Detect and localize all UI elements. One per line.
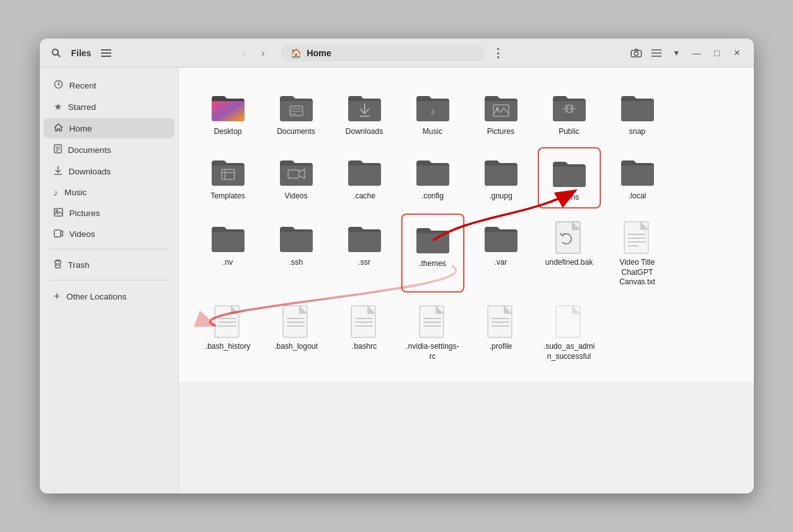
file-item-bashrc[interactable]: .bashrc bbox=[333, 298, 396, 366]
file-item-local[interactable]: .local bbox=[606, 147, 669, 209]
sidebar-item-videos[interactable]: Videos bbox=[44, 224, 174, 244]
icons-folder-wrapper bbox=[549, 155, 590, 190]
nv-folder-label: .nv bbox=[222, 258, 233, 268]
file-item-var[interactable]: .var bbox=[469, 214, 533, 293]
sidebar-item-trash[interactable]: Trash bbox=[44, 255, 174, 275]
bashrc-label: .bashrc bbox=[352, 342, 377, 352]
file-item-bash-history[interactable]: .bash_history bbox=[197, 298, 260, 366]
file-item-bash-logout[interactable]: .bash_logout bbox=[265, 298, 328, 366]
sidebar-item-other-locations[interactable]: + Other Locations bbox=[44, 286, 174, 308]
file-item-desktop[interactable]: Desktop bbox=[197, 83, 260, 142]
list-view-button[interactable] bbox=[648, 44, 665, 62]
file-item-nvidia-settings[interactable]: .nvidia-settings-rc bbox=[401, 298, 464, 366]
close-button[interactable]: ✕ bbox=[729, 44, 746, 62]
documents-icon bbox=[54, 144, 62, 155]
bash-logout-wrapper bbox=[276, 304, 317, 339]
address-text: Home bbox=[306, 48, 331, 58]
nv-folder-icon bbox=[209, 222, 247, 253]
addressbar[interactable]: 🏠 Home bbox=[282, 45, 484, 61]
public-folder-wrapper bbox=[549, 89, 590, 124]
trash-icon bbox=[54, 259, 62, 270]
forward-button[interactable]: › bbox=[254, 44, 272, 62]
pictures-folder-wrapper bbox=[481, 89, 521, 124]
file-grid: Desktop bbox=[197, 83, 736, 366]
sidebar-item-home[interactable]: Home bbox=[44, 118, 174, 138]
svg-point-0 bbox=[52, 49, 58, 55]
file-item-sudo-admin[interactable]: .sudo_as_admin_successful bbox=[538, 298, 601, 366]
file-item-music[interactable]: ♪ Music bbox=[401, 83, 464, 142]
icons-folder-icon bbox=[550, 157, 588, 188]
file-item-nv[interactable]: .nv bbox=[197, 214, 260, 293]
file-item-pictures[interactable]: Pictures bbox=[469, 83, 533, 142]
kebab-menu-button[interactable]: ⋮ bbox=[489, 44, 507, 62]
other-locations-label: Other Locations bbox=[66, 292, 126, 301]
sidebar-item-music[interactable]: ♪ Music bbox=[44, 183, 174, 202]
templates-folder-icon bbox=[209, 155, 247, 187]
restore-file-icon bbox=[555, 221, 584, 255]
snap-folder-icon bbox=[619, 91, 657, 123]
local-folder-label: .local bbox=[628, 191, 646, 202]
cache-folder-wrapper bbox=[344, 154, 385, 189]
gnupg-folder-label: .gnupg bbox=[489, 191, 512, 202]
file-item-videos-folder[interactable]: Videos bbox=[265, 147, 328, 209]
starred-label: Starred bbox=[68, 102, 96, 112]
file-item-gnupg[interactable]: .gnupg bbox=[469, 147, 533, 209]
back-button[interactable]: ‹ bbox=[235, 44, 253, 62]
file-item-documents[interactable]: Documents bbox=[265, 83, 328, 142]
downloads-folder-wrapper bbox=[344, 89, 385, 124]
svg-rect-19 bbox=[54, 230, 61, 237]
file-item-profile[interactable]: .profile bbox=[469, 298, 533, 366]
file-item-cache[interactable]: .cache bbox=[333, 147, 396, 209]
undefined-bak-wrapper bbox=[549, 220, 590, 255]
nvidia-settings-icon bbox=[418, 305, 447, 339]
bash-logout-icon bbox=[282, 305, 311, 339]
var-folder-label: .var bbox=[494, 258, 507, 268]
themes-folder-icon bbox=[414, 223, 452, 255]
file-item-themes[interactable]: .themes bbox=[401, 214, 464, 293]
file-item-undefined-bak[interactable]: undefined.bak bbox=[538, 214, 601, 293]
sidebar-item-downloads[interactable]: Downloads bbox=[44, 161, 174, 181]
bashrc-wrapper bbox=[344, 304, 385, 339]
view-options-button[interactable]: ▼ bbox=[668, 44, 686, 62]
file-item-config[interactable]: .config bbox=[401, 147, 464, 209]
file-item-ssr[interactable]: .ssr bbox=[333, 214, 396, 293]
camera-button[interactable] bbox=[627, 44, 645, 62]
sidebar-item-recent[interactable]: Recent bbox=[44, 75, 174, 95]
file-item-snap[interactable]: snap bbox=[606, 83, 669, 142]
titlebar: Files ‹ › 🏠 Home ⋮ bbox=[40, 39, 754, 68]
file-item-templates[interactable]: Templates bbox=[197, 147, 260, 209]
title-center: ‹ › 🏠 Home ⋮ bbox=[115, 44, 627, 62]
recent-label: Recent bbox=[70, 81, 97, 90]
hamburger-button[interactable] bbox=[97, 44, 115, 62]
svg-point-18 bbox=[56, 210, 58, 212]
file-item-video-title[interactable]: Video Title ChatGPT Canvas.txt bbox=[606, 214, 669, 293]
sidebar-item-starred[interactable]: ★ Starred bbox=[44, 97, 174, 117]
pictures-icon bbox=[54, 208, 63, 219]
file-item-downloads[interactable]: Downloads bbox=[333, 83, 396, 142]
file-item-ssh[interactable]: .ssh bbox=[265, 214, 328, 293]
pictures-label: Pictures bbox=[70, 209, 100, 218]
file-item-icons[interactable]: .icons bbox=[538, 147, 601, 209]
undefined-bak-label: undefined.bak bbox=[545, 258, 593, 268]
bash-history-label: .bash_history bbox=[205, 342, 250, 352]
maximize-button[interactable]: □ bbox=[708, 44, 726, 62]
home-icon: 🏠 bbox=[291, 48, 301, 58]
sudo-admin-label: .sudo_as_admin_successful bbox=[542, 342, 597, 361]
sidebar-item-pictures[interactable]: Pictures bbox=[44, 203, 174, 223]
file-item-public[interactable]: Public bbox=[538, 83, 601, 142]
profile-label: .profile bbox=[489, 342, 512, 352]
plus-icon: + bbox=[54, 290, 61, 303]
desktop-icon-wrapper bbox=[208, 89, 248, 124]
config-folder-label: .config bbox=[421, 191, 444, 202]
search-button[interactable] bbox=[47, 44, 65, 62]
cache-folder-label: .cache bbox=[353, 191, 375, 202]
minimize-button[interactable]: — bbox=[688, 44, 706, 62]
themes-folder-wrapper bbox=[413, 221, 453, 257]
files-window: Files ‹ › 🏠 Home ⋮ bbox=[40, 39, 754, 493]
profile-icon bbox=[487, 305, 516, 339]
cache-folder-icon bbox=[346, 155, 384, 187]
music-label: Music bbox=[64, 188, 87, 197]
bash-logout-label: .bash_logout bbox=[274, 342, 318, 352]
ssh-folder-label: .ssh bbox=[289, 258, 303, 268]
sidebar-item-documents[interactable]: Documents bbox=[44, 140, 174, 160]
